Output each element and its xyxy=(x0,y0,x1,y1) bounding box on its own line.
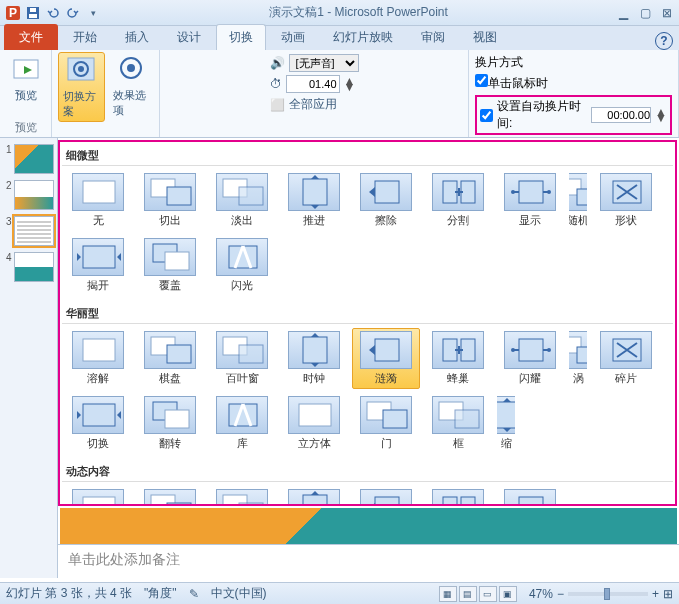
redo-icon[interactable] xyxy=(64,4,82,22)
gallery-item[interactable]: 传送带 xyxy=(208,486,276,506)
auto-after-checkbox[interactable] xyxy=(480,109,493,122)
tab-animations[interactable]: 动画 xyxy=(268,24,318,50)
gallery-item[interactable]: 缩 xyxy=(496,393,516,454)
gallery-item[interactable]: 形状 xyxy=(592,170,660,231)
transition-icon xyxy=(432,331,484,369)
tab-view[interactable]: 视图 xyxy=(460,24,510,50)
gallery-item[interactable]: 随机 xyxy=(568,170,588,231)
thumb-3[interactable]: 3 xyxy=(4,216,54,246)
transition-icon xyxy=(216,238,268,276)
view-normal-button[interactable]: ▦ xyxy=(439,586,457,602)
gallery-item[interactable]: 涟漪 xyxy=(352,328,420,389)
thumb-1[interactable]: 1 xyxy=(4,144,54,174)
duration-spinner[interactable]: ▲▼ xyxy=(344,78,356,90)
maximize-button[interactable]: ▢ xyxy=(637,6,653,20)
preview-button[interactable]: 预览 xyxy=(6,52,46,105)
gallery-item[interactable]: 显示 xyxy=(496,170,564,231)
view-slideshow-button[interactable]: ▣ xyxy=(499,586,517,602)
svg-point-11 xyxy=(127,64,135,72)
tab-file[interactable]: 文件 xyxy=(4,24,58,50)
sound-select[interactable]: [无声音] xyxy=(289,54,359,72)
zoom-fit-button[interactable]: ⊞ xyxy=(663,587,673,601)
gallery-item[interactable]: 闪耀 xyxy=(496,328,564,389)
gallery-item[interactable]: 切换 xyxy=(64,393,132,454)
transition-icon xyxy=(72,489,124,506)
window-title: 演示文稿1 - Microsoft PowerPoint xyxy=(102,4,615,21)
close-button[interactable]: ⊠ xyxy=(659,6,675,20)
tab-slideshow[interactable]: 幻灯片放映 xyxy=(320,24,406,50)
gallery-item[interactable]: 无 xyxy=(64,170,132,231)
gallery-item[interactable]: 分割 xyxy=(424,170,492,231)
gallery-item[interactable]: 轨道 xyxy=(424,486,492,506)
minimize-button[interactable]: ▁ xyxy=(615,6,631,20)
help-icon[interactable]: ? xyxy=(655,32,673,50)
gallery-item[interactable]: 库 xyxy=(208,393,276,454)
view-sorter-button[interactable]: ▤ xyxy=(459,586,477,602)
scheme-button[interactable]: 切换方案 xyxy=(58,52,105,122)
gallery-item[interactable]: 擦除 xyxy=(352,170,420,231)
gallery-item[interactable]: 旋转 xyxy=(280,486,348,506)
auto-time-input[interactable] xyxy=(591,107,651,123)
transition-icon xyxy=(432,489,484,506)
zoom-in-button[interactable]: + xyxy=(652,587,659,601)
svg-rect-17 xyxy=(303,179,327,205)
apply-all-button[interactable]: ⬜全部应用 xyxy=(270,96,359,113)
gallery-item[interactable]: 框 xyxy=(424,393,492,454)
save-icon[interactable] xyxy=(24,4,42,22)
group-transition: 切换方案 效果选项 xyxy=(52,50,160,137)
gallery-item[interactable]: 闪光 xyxy=(208,235,276,296)
thumb-4[interactable]: 4 xyxy=(4,252,54,282)
gallery-item[interactable]: 揭开 xyxy=(64,235,132,296)
preview-icon xyxy=(10,54,42,86)
gallery-item[interactable]: 窗口 xyxy=(352,486,420,506)
gallery-item-label: 形状 xyxy=(615,213,637,228)
gallery-item-label: 覆盖 xyxy=(159,278,181,293)
gallery-item[interactable]: 涡 xyxy=(568,328,588,389)
tab-design[interactable]: 设计 xyxy=(164,24,214,50)
gallery-item[interactable]: 覆盖 xyxy=(136,235,204,296)
transition-gallery: 细微型 无切出淡出推进擦除分割显示随机形状揭开覆盖闪光 华丽型 溶解棋盘百叶窗时… xyxy=(58,140,677,506)
svg-rect-40 xyxy=(519,339,543,361)
app-icon: P xyxy=(4,4,22,22)
effect-options-button[interactable]: 效果选项 xyxy=(109,52,154,122)
qat-more-icon[interactable]: ▾ xyxy=(84,4,102,22)
gallery-item[interactable]: 推进 xyxy=(280,170,348,231)
tab-transitions[interactable]: 切换 xyxy=(216,24,266,50)
group-preview: 预览 预览 xyxy=(0,50,52,137)
svg-rect-61 xyxy=(303,495,327,506)
svg-rect-16 xyxy=(239,187,263,205)
gallery-item[interactable]: 摩天轮 xyxy=(136,486,204,506)
gallery-item[interactable]: 时钟 xyxy=(280,328,348,389)
gallery-item[interactable]: 蜂巢 xyxy=(424,328,492,389)
gallery-item[interactable]: 碎片 xyxy=(592,328,660,389)
svg-rect-57 xyxy=(151,495,175,506)
undo-icon[interactable] xyxy=(44,4,62,22)
notes-pane[interactable]: 单击此处添加备注 xyxy=(58,544,679,578)
duration-input[interactable] xyxy=(286,75,340,93)
view-reading-button[interactable]: ▭ xyxy=(479,586,497,602)
gallery-item[interactable]: 棋盘 xyxy=(136,328,204,389)
gallery-item[interactable]: 平移 xyxy=(64,486,132,506)
gallery-item[interactable]: 百叶窗 xyxy=(208,328,276,389)
zoom-out-button[interactable]: − xyxy=(557,587,564,601)
thumb-2[interactable]: 2 xyxy=(4,180,54,210)
gallery-item[interactable]: 立方体 xyxy=(280,393,348,454)
gallery-item[interactable]: 淡出 xyxy=(208,170,276,231)
zoom-slider[interactable] xyxy=(568,592,648,596)
gallery-item[interactable]: 切出 xyxy=(136,170,204,231)
tab-home[interactable]: 开始 xyxy=(60,24,110,50)
gallery-item[interactable]: 翻转 xyxy=(136,393,204,454)
advance-title: 换片方式 xyxy=(475,54,672,71)
on-click-checkbox[interactable] xyxy=(475,74,488,87)
gallery-item-label: 闪光 xyxy=(231,278,253,293)
tab-insert[interactable]: 插入 xyxy=(112,24,162,50)
tab-review[interactable]: 审阅 xyxy=(408,24,458,50)
svg-rect-46 xyxy=(83,404,115,426)
gallery-section-subtle: 细微型 无切出淡出推进擦除分割显示随机形状揭开覆盖闪光 xyxy=(62,146,673,300)
gallery-item[interactable]: 飞过 xyxy=(496,486,564,506)
scheme-label: 切换方案 xyxy=(63,89,100,119)
gallery-item[interactable]: 溶解 xyxy=(64,328,132,389)
status-lang: 中文(中国) xyxy=(211,585,267,602)
auto-time-spinner[interactable]: ▲▼ xyxy=(655,109,667,121)
gallery-item[interactable]: 门 xyxy=(352,393,420,454)
